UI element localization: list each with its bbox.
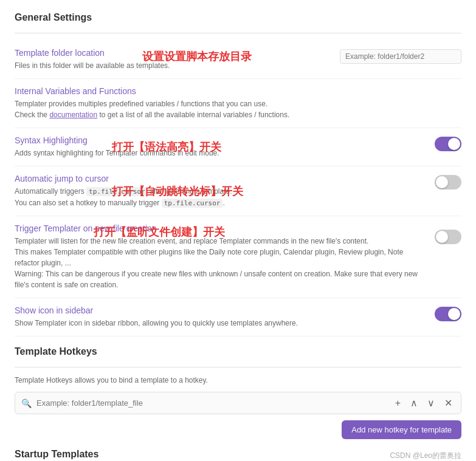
auto-jump-desc4: . xyxy=(222,199,224,207)
show-icon-toggle[interactable] xyxy=(435,307,461,321)
template-folder-control xyxy=(340,48,461,64)
syntax-highlighting-title: Syntax Highlighting xyxy=(15,135,423,145)
syntax-highlighting-knob xyxy=(448,138,460,150)
show-icon-row: Show icon in sidebar Show Templater icon… xyxy=(15,298,461,336)
watermark-text: CSDN @Leo的蕾奥拉 xyxy=(390,451,461,461)
syntax-highlighting-slider xyxy=(435,137,461,151)
add-hotkey-wrapper: Add new hotkey for template xyxy=(15,420,461,439)
template-folder-description: Files in this folder will be available a… xyxy=(15,60,328,71)
trigger-new-file-control[interactable] xyxy=(435,224,461,244)
trigger-new-file-row: Trigger Templater on new file creation T… xyxy=(15,216,461,298)
trigger-new-file-content: Trigger Templater on new file creation T… xyxy=(15,224,435,290)
hotkeys-section-title: Template Hotkeys xyxy=(15,346,461,360)
trigger-new-file-knob xyxy=(436,231,448,243)
auto-jump-desc2: after inserting a template. xyxy=(148,187,232,196)
auto-jump-description: Automatically triggers tp.file.cursor af… xyxy=(15,186,423,208)
hotkeys-divider xyxy=(15,367,461,367)
search-icon: 🔍 xyxy=(21,398,32,408)
internal-vars-desc1: Templater provides multiples predefined … xyxy=(15,100,267,108)
syntax-highlighting-description: Adds syntax highlighting for Templater c… xyxy=(15,148,423,159)
syntax-highlighting-content: Syntax Highlighting Adds syntax highligh… xyxy=(15,135,435,159)
add-hotkey-button[interactable]: Add new hotkey for template xyxy=(342,420,461,439)
show-icon-content: Show icon in sidebar Show Templater icon… xyxy=(15,306,435,329)
show-icon-description: Show Templater icon in sidebar ribbon, a… xyxy=(15,318,423,329)
trigger-new-file-description: Templater will listen for the new file c… xyxy=(15,236,423,290)
internal-vars-row: Internal Variables and Functions Templat… xyxy=(15,79,461,128)
auto-jump-knob xyxy=(436,176,448,188)
hotkeys-description: Template Hotkeys allows you to bind a te… xyxy=(15,375,461,386)
trigger-new-file-title: Trigger Templater on new file creation xyxy=(15,224,423,233)
auto-jump-code2: tp.file.cursor xyxy=(162,199,223,208)
template-folder-content: Template folder location Files in this f… xyxy=(15,48,340,71)
up-icon-button[interactable]: ∧ xyxy=(408,396,420,410)
show-icon-slider xyxy=(435,307,461,321)
show-icon-control[interactable] xyxy=(435,306,461,321)
down-icon-button[interactable]: ∨ xyxy=(425,396,437,410)
syntax-highlighting-row: Syntax Highlighting Adds syntax highligh… xyxy=(15,128,461,166)
auto-jump-content: Automatic jump to cursor Automatically t… xyxy=(15,174,435,208)
internal-vars-desc3: to get a list of all the available inter… xyxy=(97,111,289,119)
auto-jump-control[interactable] xyxy=(435,174,461,190)
general-settings-title: General Settings xyxy=(15,12,461,26)
hotkeys-search-input[interactable] xyxy=(36,398,388,408)
template-folder-input[interactable] xyxy=(340,49,461,64)
internal-vars-content: Internal Variables and Functions Templat… xyxy=(15,86,461,120)
auto-jump-toggle[interactable] xyxy=(435,175,461,190)
auto-jump-slider xyxy=(435,175,461,190)
trigger-new-file-slider xyxy=(435,230,461,244)
auto-jump-row: Automatic jump to cursor Automatically t… xyxy=(15,166,461,216)
internal-vars-title: Internal Variables and Functions xyxy=(15,86,449,96)
template-folder-title: Template folder location xyxy=(15,48,328,58)
auto-jump-title: Automatic jump to cursor xyxy=(15,174,423,183)
show-icon-title: Show icon in sidebar xyxy=(15,306,423,315)
internal-vars-desc2: Check the xyxy=(15,111,49,119)
trigger-desc2: This makes Templater compatible with oth… xyxy=(15,248,403,267)
auto-jump-desc3: You can also set a hotkey to manually tr… xyxy=(15,199,162,207)
auto-jump-code1: tp.file.cursor xyxy=(86,187,148,196)
hotkeys-section: Template Hotkeys Template Hotkeys allows… xyxy=(15,346,461,439)
syntax-highlighting-control[interactable] xyxy=(435,135,461,151)
trigger-desc1: Templater will listen for the new file c… xyxy=(15,237,368,245)
auto-jump-desc1: Automatically triggers xyxy=(15,187,86,196)
internal-vars-description: Templater provides multiples predefined … xyxy=(15,98,449,120)
general-divider xyxy=(15,33,461,33)
show-icon-knob xyxy=(448,308,460,320)
trigger-new-file-toggle[interactable] xyxy=(435,230,461,244)
add-icon-button[interactable]: + xyxy=(393,397,403,410)
close-icon-button[interactable]: ✕ xyxy=(442,396,455,410)
trigger-desc3: Warning: This can be dangerous if you cr… xyxy=(15,270,418,289)
hotkeys-search-bar: 🔍 + ∧ ∨ ✕ xyxy=(15,392,461,414)
syntax-highlighting-toggle[interactable] xyxy=(435,137,461,151)
internal-vars-link[interactable]: documentation xyxy=(49,111,97,119)
template-folder-row: Template folder location Files in this f… xyxy=(15,41,461,79)
